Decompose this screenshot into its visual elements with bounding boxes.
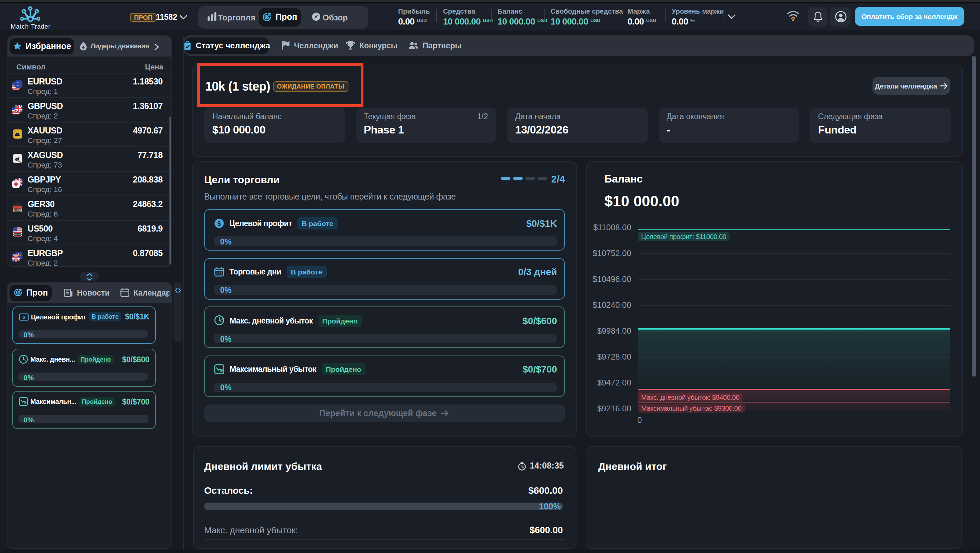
svg-text:$: $ <box>218 220 221 227</box>
svg-text:$: $ <box>22 314 25 319</box>
svg-text:GER40: GER40 <box>14 209 21 211</box>
svg-text:Ag: Ag <box>18 160 21 163</box>
svg-text:Au: Au <box>18 135 21 138</box>
svg-text:US500: US500 <box>14 233 21 236</box>
